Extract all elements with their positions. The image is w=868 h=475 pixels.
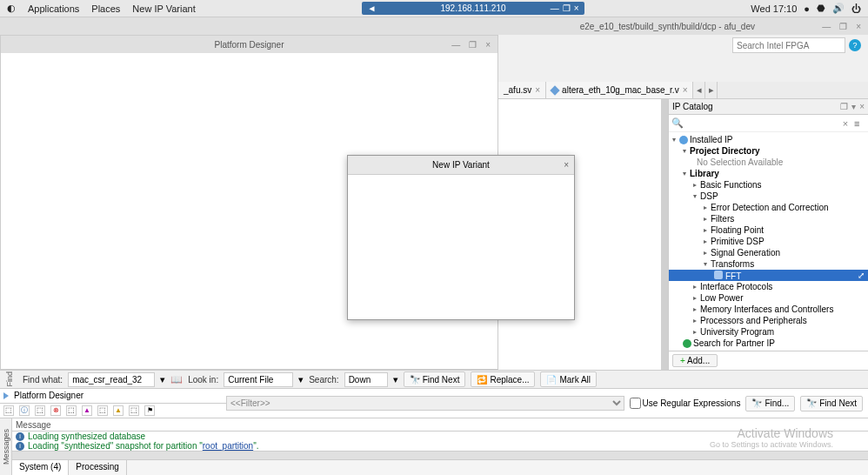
- find-what-label: Find what:: [23, 375, 63, 385]
- filter-error-icon[interactable]: ⊗: [50, 405, 61, 416]
- find-what-input[interactable]: [68, 372, 155, 387]
- tree-transforms[interactable]: ▾Transforms: [669, 258, 868, 270]
- back-icon[interactable]: ◄: [367, 3, 376, 13]
- tree-signal-gen[interactable]: ▸Signal Generation: [669, 247, 868, 258]
- detach-icon[interactable]: ❐: [840, 102, 848, 111]
- clear-icon[interactable]: ×: [840, 118, 851, 129]
- book-icon[interactable]: 📖: [170, 374, 183, 385]
- tree-library[interactable]: ▾Library: [669, 168, 868, 179]
- tree-low-power[interactable]: ▸Low Power: [669, 292, 868, 304]
- tab-altera-eth[interactable]: altera_eth_10g_mac_base_r.v ×: [546, 82, 693, 98]
- pd-bottom-tab[interactable]: Platform Designer: [0, 389, 226, 404]
- dropdown-icon[interactable]: ▾: [298, 374, 304, 385]
- find-button[interactable]: 🔭Find...: [745, 396, 795, 411]
- filter-warning-icon[interactable]: ▲: [113, 405, 124, 416]
- messages-header: Message: [12, 418, 868, 432]
- min-icon[interactable]: —: [551, 3, 559, 13]
- pin-icon[interactable]: ▾: [851, 102, 856, 111]
- add-button[interactable]: + Add...: [672, 354, 718, 367]
- filter-blank-icon[interactable]: ⬚: [35, 405, 45, 416]
- dialog-title: New IP Variant: [432, 160, 490, 170]
- tab-system[interactable]: System (4): [12, 460, 69, 475]
- filter-input[interactable]: <<Filter>>: [226, 396, 624, 411]
- mark-icon: 📄: [546, 375, 557, 385]
- expand-icon: ⤢: [858, 271, 865, 280]
- close-icon[interactable]: ×: [535, 85, 540, 95]
- tab-afu-sv[interactable]: _afu.sv ×: [498, 82, 546, 98]
- search-label: Search:: [309, 375, 338, 385]
- tab-processing[interactable]: Processing: [69, 460, 126, 475]
- h-scrollbar[interactable]: [12, 451, 868, 459]
- messages-body[interactable]: iLoading synthesized database iLoading "…: [12, 432, 868, 459]
- tree-search-partner[interactable]: Search for Partner IP: [669, 338, 868, 349]
- taskbar-remote[interactable]: ◄ 192.168.111.210 — ❐ ×: [362, 2, 584, 15]
- tree-floating-point[interactable]: ▸Floating Point: [669, 224, 868, 236]
- tree-fft[interactable]: FFT⤢: [669, 270, 868, 281]
- ip-tree[interactable]: ▾Installed IP ▾Project Directory No Sele…: [669, 132, 868, 351]
- tree-no-selection: No Selection Available: [669, 157, 868, 168]
- tree-installed-ip[interactable]: ▾Installed IP: [669, 134, 868, 145]
- find-bar: Find Find what: ▾ 📖 Look in: ▾ Search: ▾…: [0, 371, 868, 389]
- filter-critical-icon[interactable]: ▲: [82, 405, 92, 416]
- max-icon[interactable]: ❐: [563, 3, 571, 13]
- search-input[interactable]: [732, 37, 845, 53]
- filter-flag-icon[interactable]: ⚑: [144, 405, 155, 416]
- close-icon[interactable]: ×: [564, 160, 569, 170]
- tree-memory-interfaces[interactable]: ▸Memory Interfaces and Controllers: [669, 304, 868, 315]
- filter-all-icon[interactable]: ⬚: [3, 405, 14, 416]
- tree-basic-functions[interactable]: ▸Basic Functions: [669, 179, 868, 191]
- tree-edc[interactable]: ▸Error Detection and Correction: [669, 202, 868, 213]
- binoculars-icon: 🔭: [410, 375, 420, 385]
- filter-blank4-icon[interactable]: ⬚: [129, 405, 139, 416]
- search-dir-input[interactable]: [344, 372, 388, 387]
- tree-university-program[interactable]: ▸University Program: [669, 326, 868, 338]
- binoculars-icon: 🔭: [751, 398, 762, 408]
- close-icon[interactable]: ×: [859, 102, 865, 111]
- running-app[interactable]: New IP Variant: [132, 3, 195, 14]
- bottom-panel: Find Find what: ▾ 📖 Look in: ▾ Search: ▾…: [0, 370, 868, 475]
- pd-titlebar[interactable]: Platform Designer — ❐ ×: [1, 36, 497, 53]
- new-ip-variant-dialog[interactable]: New IP Variant ×: [347, 155, 575, 320]
- mark-all-button[interactable]: 📄Mark All: [540, 371, 597, 387]
- regex-checkbox[interactable]: Use Regular Expressions: [630, 398, 741, 409]
- tree-project-dir[interactable]: ▾Project Directory: [669, 145, 868, 157]
- min-icon[interactable]: —: [451, 40, 460, 50]
- min-icon[interactable]: —: [822, 22, 831, 31]
- find-next-button[interactable]: 🔭Find Next: [800, 396, 863, 411]
- menu-applications[interactable]: Applications: [28, 3, 79, 14]
- filter-info-icon[interactable]: ⓘ: [19, 405, 30, 416]
- quartus-titlebar: e2e_e10_test/build_synth/build/dcp - afu…: [0, 17, 868, 35]
- max-icon[interactable]: ❐: [839, 22, 847, 31]
- close-icon[interactable]: ×: [485, 40, 491, 50]
- settings-icon[interactable]: ≡: [854, 118, 865, 129]
- filter-blank2-icon[interactable]: ⬚: [66, 405, 77, 416]
- editor-tabs: _afu.sv × altera_eth_10g_mac_base_r.v × …: [498, 82, 868, 99]
- history-icon[interactable]: ▾: [160, 374, 165, 385]
- volume-icon[interactable]: 🔊: [832, 3, 845, 14]
- help-icon[interactable]: ?: [849, 39, 861, 51]
- tab-prev[interactable]: ◂: [693, 82, 705, 98]
- find-next-button[interactable]: 🔭Find Next: [404, 371, 466, 387]
- close-icon[interactable]: ×: [574, 3, 579, 13]
- look-in-input[interactable]: [224, 372, 293, 387]
- close-icon[interactable]: ×: [856, 22, 861, 31]
- scrollbar[interactable]: [661, 99, 668, 370]
- tab-next[interactable]: ▸: [705, 82, 718, 98]
- tree-processors[interactable]: ▸Processors and Peripherals: [669, 315, 868, 326]
- filter-blank3-icon[interactable]: ⬚: [97, 405, 108, 416]
- close-icon[interactable]: ×: [683, 85, 688, 95]
- max-icon[interactable]: ❐: [469, 40, 477, 50]
- activities-hot[interactable]: ◐: [7, 3, 16, 14]
- menu-places[interactable]: Places: [91, 3, 120, 14]
- binoculars-icon: 🔭: [806, 398, 817, 408]
- power-icon[interactable]: ⏻: [851, 3, 861, 14]
- info-icon: i: [16, 432, 24, 441]
- tree-filters[interactable]: ▸Filters: [669, 213, 868, 224]
- tree-dsp[interactable]: ▾DSP: [669, 191, 868, 202]
- network-icon[interactable]: ⬣: [817, 3, 825, 14]
- replace-button[interactable]: 🔁Replace...: [471, 371, 535, 387]
- tree-primitive-dsp[interactable]: ▸Primitive DSP: [669, 236, 868, 247]
- dropdown-icon[interactable]: ▾: [393, 374, 398, 385]
- tree-interface-protocols[interactable]: ▸Interface Protocols: [669, 281, 868, 292]
- dialog-titlebar[interactable]: New IP Variant ×: [348, 156, 574, 175]
